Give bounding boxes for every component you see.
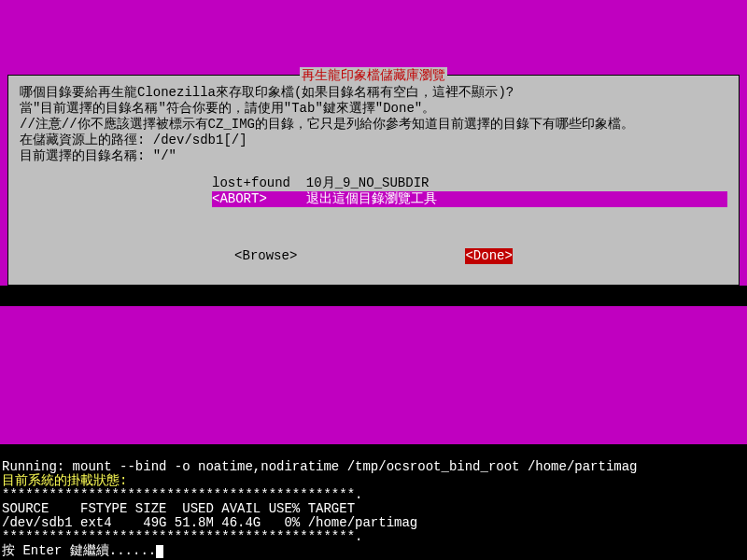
browse-button[interactable]: <Browse>	[234, 248, 297, 264]
terminal-prompt: 按 Enter 鍵繼續......	[2, 543, 156, 558]
terminal-stars: ****************************************…	[2, 529, 362, 544]
clonezilla-dialog: 再生龍印象檔儲藏庫瀏覽 哪個目錄要給再生龍Clonezilla來存取印象檔(如果…	[7, 75, 740, 286]
done-button[interactable]: <Done>	[465, 248, 512, 264]
list-item[interactable]: lost+found 10月_9_NO_SUBDIR	[212, 175, 727, 191]
terminal-stars: ****************************************…	[2, 487, 362, 502]
terminal-row: /dev/sdb1 ext4 49G 51.8M 46.4G 0% /home/…	[2, 515, 417, 530]
dialog-title: 再生龍印象檔儲藏庫瀏覽	[300, 67, 447, 84]
info-line: 當"目前選擇的目錄名稱"符合你要的，請使用"Tab"鍵來選擇"Done"。	[20, 101, 727, 117]
info-line: 在儲藏資源上的路徑: /dev/sdb1[/]	[20, 133, 727, 148]
cursor-icon	[156, 545, 163, 558]
terminal-running-line: Running: mount --bind -o noatime,nodirat…	[2, 459, 638, 474]
info-line: 哪個目錄要給再生龍Clonezilla來存取印象檔(如果目錄名稱有空白，這裡不顯…	[20, 85, 727, 101]
separator-bar	[0, 286, 747, 306]
info-line: 目前選擇的目錄名稱: "/"	[20, 148, 727, 164]
terminal-output: Running: mount --bind -o noatime,nodirat…	[0, 444, 747, 560]
list-item-abort[interactable]: <ABORT> 退出這個目錄瀏覽工具	[212, 191, 727, 207]
directory-list: lost+found 10月_9_NO_SUBDIR <ABORT> 退出這個目…	[20, 175, 727, 207]
terminal-header: SOURCE FSTYPE SIZE USED AVAIL USE% TARGE…	[2, 501, 355, 516]
dialog-body: 哪個目錄要給再生龍Clonezilla來存取印象檔(如果目錄名稱有空白，這裡不顯…	[8, 76, 739, 272]
info-line: //注意//你不應該選擇被標示有CZ_IMG的目錄，它只是列給你參考知道目前選擇…	[20, 117, 727, 133]
mount-status-title: 目前系統的掛載狀態:	[2, 473, 127, 488]
dialog-buttons: <Browse> <Done>	[20, 248, 727, 264]
